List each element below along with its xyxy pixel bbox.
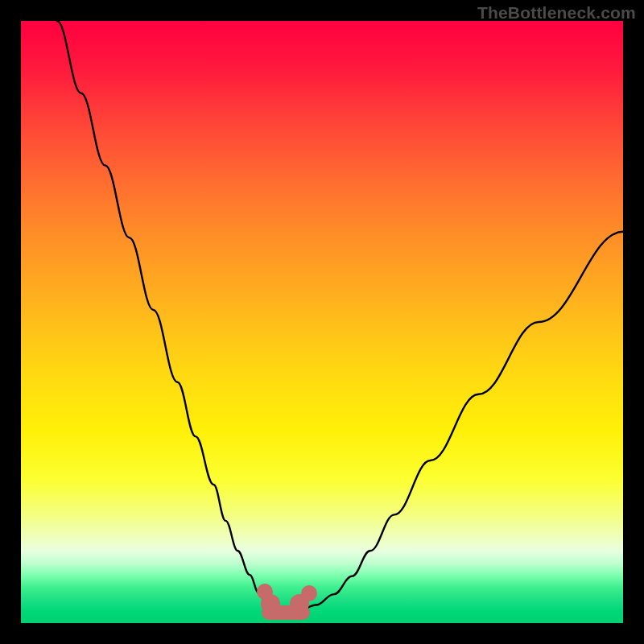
trough-marker <box>261 594 280 613</box>
curve-layer <box>21 21 623 623</box>
watermark-text: TheBottleneck.com <box>477 3 636 23</box>
bottleneck-chart: TheBottleneck.com <box>0 0 644 644</box>
trough-marker <box>301 585 317 601</box>
plot-area <box>21 21 623 623</box>
bottleneck-curve-path <box>57 21 623 613</box>
